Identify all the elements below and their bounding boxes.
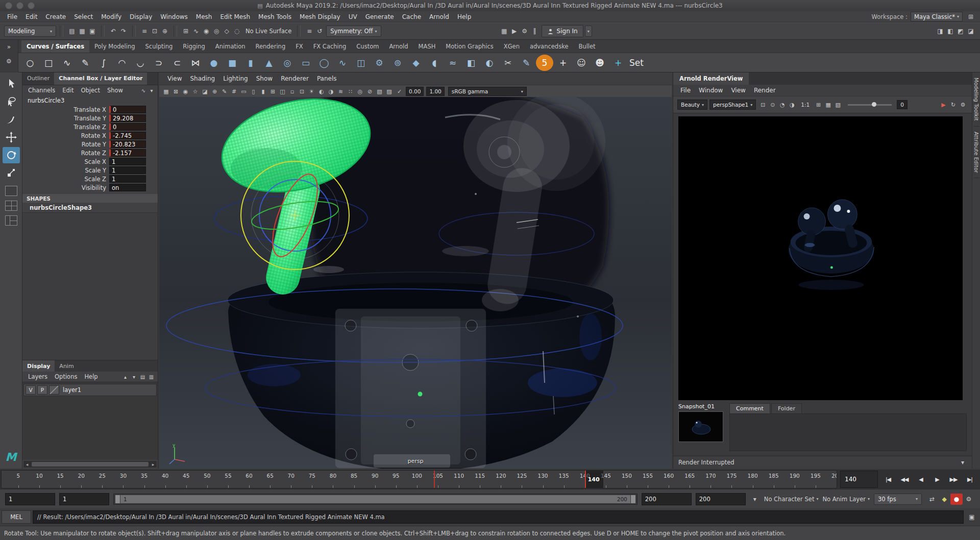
snapshot-thumbnail[interactable] (678, 411, 723, 442)
playback-start-field[interactable]: 1 (59, 493, 109, 505)
layout-split-pane-button[interactable] (5, 215, 17, 226)
viewport-menu-item[interactable]: Shading (186, 74, 219, 83)
panel-tab[interactable]: Outliner (22, 72, 54, 85)
menu-item[interactable]: Windows (156, 12, 192, 21)
boolean-icon[interactable]: ◐ (481, 55, 498, 71)
channelbox-menu-item[interactable]: Object (78, 87, 104, 94)
attach-curves-icon[interactable]: ⊃ (150, 55, 167, 71)
menu-item[interactable]: Edit (21, 12, 41, 21)
test-resolution-icon[interactable]: ▦ (823, 100, 833, 110)
shelf-tab[interactable]: Rigging (178, 40, 210, 53)
2d-pan-zoom-icon[interactable]: ⊕ (210, 87, 219, 96)
workspace-grid-icon[interactable]: ⊞ (966, 12, 976, 22)
workspace-controls-icon[interactable]: ◪ (966, 26, 976, 36)
multi-cut-icon[interactable]: ✂ (499, 55, 517, 71)
safe-title-icon[interactable]: ▫ (287, 87, 297, 96)
move-layer-up-icon[interactable]: ▴ (121, 373, 130, 381)
channel-label[interactable]: Rotate Z (22, 150, 109, 157)
channel-value-field[interactable]: 1 (109, 175, 146, 183)
construction-history-icon[interactable]: ↺ (314, 26, 325, 36)
channel-label[interactable]: Rotate X (22, 132, 109, 139)
renderview-title-tab[interactable]: Arnold RenderView (673, 72, 749, 85)
viewport-menu-item[interactable]: Panels (313, 74, 341, 83)
dock-tab[interactable]: Attribute Editor (973, 127, 979, 179)
layer-playback-toggle[interactable]: P (37, 385, 47, 395)
shelf-tab[interactable]: Bullet (573, 40, 600, 53)
channel-label[interactable]: Visibility (22, 184, 109, 191)
renderview-menu-item[interactable]: Render (750, 86, 780, 95)
minimize-button[interactable] (16, 2, 23, 9)
arnold-5-badge-icon[interactable]: 5 (536, 55, 553, 71)
animation-start-field[interactable]: 1 (5, 493, 55, 505)
select-component-icon[interactable]: ⊕ (160, 26, 170, 36)
shelf-tab-arrow-icon[interactable]: » (4, 42, 14, 52)
animation-end-field[interactable]: 200 (696, 493, 746, 505)
toggle-tool-settings-icon[interactable]: ◧ (945, 26, 955, 36)
pencil-curve-tool-icon[interactable]: ✎ (77, 55, 94, 71)
go-to-end-button[interactable]: ▶| (962, 470, 978, 489)
shape-name[interactable]: nurbsCircleShape3 (22, 203, 158, 212)
ambient-occlusion-icon[interactable]: ◑ (326, 87, 336, 96)
resolution-gate-icon[interactable]: ▯ (249, 87, 258, 96)
channel-label[interactable]: Translate Z (22, 124, 109, 131)
sign-in-menu-button[interactable]: ▾ (585, 26, 592, 37)
channel-label[interactable]: Translate Y (22, 115, 109, 122)
grease-pencil-icon[interactable]: ✎ (219, 87, 229, 96)
snap-to-point-icon[interactable]: ◉ (201, 26, 211, 36)
layer-visibility-toggle[interactable]: V (26, 385, 36, 395)
blend-shape-mask-icon[interactable]: ☻ (591, 55, 608, 71)
shelf-tab[interactable]: Arnold (384, 40, 413, 53)
renderview-settings-icon[interactable]: ⚙ (958, 100, 968, 110)
script-editor-icon[interactable]: ▣ (965, 511, 978, 523)
comment-tab[interactable]: Comment (729, 403, 770, 413)
channel-pin-icon[interactable]: ▾ (148, 86, 156, 94)
lasso-tool[interactable] (3, 93, 20, 110)
film-gate-icon[interactable]: ▭ (239, 87, 249, 96)
aov-select[interactable]: Beauty▾ (677, 100, 707, 110)
set-key-icon[interactable]: ◆ (938, 494, 950, 505)
command-input[interactable]: // Result: /Users/imac2/Desktop/Aural In… (33, 510, 964, 524)
menu-item[interactable]: Cache (398, 12, 425, 21)
poly-helix-icon[interactable]: ∿ (334, 55, 351, 71)
camera-select[interactable]: perspShape1▾ (709, 100, 756, 110)
scroll-thumb[interactable] (32, 462, 149, 467)
frame-all-icon[interactable]: ⊡ (297, 87, 307, 96)
renderview-menu-item[interactable]: Window (695, 86, 727, 95)
viewport-menu-item[interactable]: Renderer (277, 74, 313, 83)
nurbs-square-icon[interactable]: □ (40, 55, 57, 71)
detach-curves-icon[interactable]: ⊂ (168, 55, 186, 71)
shelf-tab[interactable]: Animation (210, 40, 251, 53)
shelf-menu-gear-icon[interactable]: ⚙ (4, 56, 14, 66)
step-forward-frame-button[interactable]: ▶▶ (945, 470, 962, 489)
safe-action-icon[interactable]: ◫ (278, 87, 287, 96)
renderview-menu-item[interactable]: File (676, 86, 695, 95)
redo-icon[interactable]: ↷ (118, 26, 129, 36)
poly-platonic-icon[interactable]: ◆ (407, 55, 425, 71)
shelf-tab[interactable]: Curves / Surfaces (21, 40, 89, 53)
layer-scrollbar[interactable]: ◂ ▸ (23, 461, 157, 468)
view-transform-select[interactable]: sRGB gamma▾ (448, 87, 527, 96)
comment-tab[interactable]: Folder (771, 403, 802, 413)
viewport-3d-scene[interactable]: persp y (159, 97, 672, 469)
shelf-tab[interactable]: FX (290, 40, 308, 53)
panel-tab[interactable]: Channel Box / Layer Editor (54, 72, 147, 85)
scroll-left-icon[interactable]: ◂ (23, 462, 31, 467)
gamma-field[interactable]: 1.00 (426, 87, 444, 96)
channel-label[interactable]: Translate X (22, 106, 109, 113)
new-scene-icon[interactable]: ▤ (67, 26, 77, 36)
anti-aliasing-icon[interactable]: ∷ (346, 87, 355, 96)
render-settings-icon[interactable]: ⚙ (520, 26, 530, 36)
scale-tool[interactable] (3, 165, 20, 181)
playback-end-field[interactable]: 200 (642, 493, 692, 505)
poly-cube-icon[interactable]: ■ (224, 55, 241, 71)
current-frame-field[interactable]: 140 (840, 471, 878, 488)
slider-thumb[interactable] (872, 102, 876, 107)
layer-menu-item[interactable]: Options (51, 373, 81, 380)
menu-item[interactable]: File (3, 12, 21, 21)
go-to-start-button[interactable]: |◀ (880, 470, 896, 489)
menu-item[interactable]: UV (345, 12, 361, 21)
shelf-tab[interactable]: Rendering (250, 40, 290, 53)
toggle-attribute-editor-icon[interactable]: ◨ (935, 26, 945, 36)
lighting-icon[interactable]: ☀ (307, 87, 316, 96)
shelf-tab[interactable]: advancedske (525, 40, 574, 53)
